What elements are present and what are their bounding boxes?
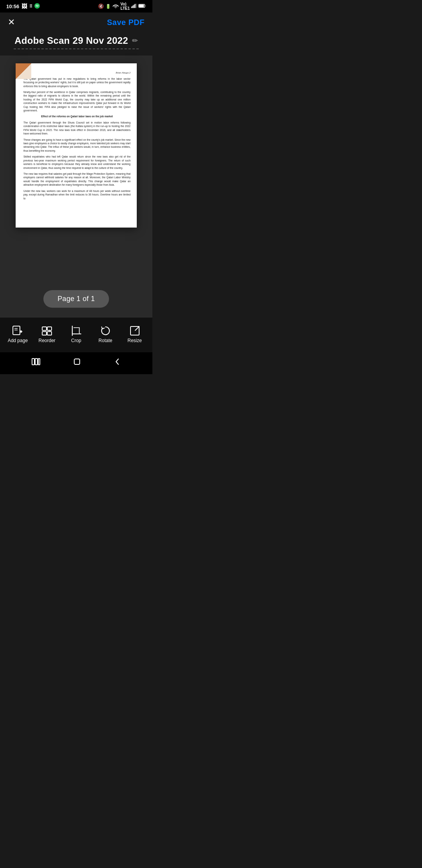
paragraph-1: The Qatari government has put in new reg… <box>23 77 131 88</box>
home-button[interactable] <box>73 357 81 368</box>
title-underline <box>14 48 139 49</box>
svg-rect-5 <box>134 4 135 8</box>
svg-rect-6 <box>136 4 136 8</box>
status-right: 🔇 🔋 Vo)LTE1 <box>98 2 146 11</box>
document-area: Brian Abuga 2 The Qatari government has … <box>0 56 152 282</box>
edit-title-icon[interactable]: ✏ <box>132 36 138 45</box>
author-name: Brian Abuga 2 <box>23 71 131 75</box>
svg-rect-23 <box>35 359 38 365</box>
svg-rect-16 <box>42 332 46 335</box>
system-nav-bar <box>0 352 152 374</box>
svg-rect-14 <box>42 327 46 330</box>
reorder-icon <box>41 325 52 336</box>
signal-bars-icon <box>131 4 137 9</box>
add-page-label: Add page <box>8 338 28 343</box>
top-bar: ✕ Save PDF <box>0 13 152 32</box>
svg-line-21 <box>135 326 139 330</box>
svg-rect-4 <box>134 5 134 8</box>
paragraph-7: Under the new law, workers can work for … <box>23 189 131 200</box>
paragraph-3: The Qatari government through the Shura … <box>23 121 131 136</box>
recent-apps-button[interactable] <box>32 358 40 367</box>
resize-label: Resize <box>127 338 142 343</box>
status-bar: 10:56 🖼 ⠿ 🔇 🔋 Vo)LTE1 <box>0 0 152 13</box>
toolbar-crop[interactable]: Crop <box>64 325 88 343</box>
crop-icon <box>71 325 82 336</box>
svg-rect-17 <box>47 332 52 335</box>
rotate-label: Rotate <box>98 338 112 343</box>
toolbar-resize[interactable]: Resize <box>123 325 147 343</box>
back-button[interactable] <box>114 358 121 367</box>
toolbar-reorder[interactable]: Reorder <box>35 325 59 343</box>
battery-icon <box>138 4 146 9</box>
svg-rect-2 <box>131 6 132 8</box>
toolbar-rotate[interactable]: Rotate <box>94 325 117 343</box>
reorder-label: Reorder <box>39 338 55 343</box>
svg-rect-3 <box>132 5 133 8</box>
rotate-icon <box>100 325 111 336</box>
save-pdf-button[interactable]: Save PDF <box>107 18 145 27</box>
svg-rect-8 <box>139 5 144 7</box>
close-button[interactable]: ✕ <box>8 17 15 27</box>
paragraph-6: The new law requires that salaries get p… <box>23 172 131 187</box>
mute-icon: 🔇 <box>98 4 104 9</box>
page-corner-fold <box>16 63 31 79</box>
lte-icon: Vo)LTE1 <box>120 2 130 11</box>
document-title: Adobe Scan 29 Nov 2022 <box>14 35 128 46</box>
add-page-icon <box>12 325 23 336</box>
paragraph-4: These changes are going to have a signif… <box>23 138 131 153</box>
bottom-toolbar: Add page Reorder Crop Rotate <box>0 317 152 352</box>
page-indicator: Page 1 of 1 <box>43 290 109 308</box>
time-display: 10:56 <box>6 4 19 9</box>
page-indicator-area: Page 1 of 1 <box>0 282 152 317</box>
svg-point-1 <box>115 7 116 8</box>
svg-rect-9 <box>13 326 20 335</box>
spotify-icon <box>34 3 40 10</box>
document-page: Brian Abuga 2 The Qatari government has … <box>16 63 137 228</box>
section-title: Effect of the reforms on Qatari labor la… <box>23 115 131 118</box>
svg-rect-25 <box>74 359 80 364</box>
paragraph-5: Skilled expatriates who had left Qatar w… <box>23 155 131 170</box>
wifi-icon <box>113 4 119 9</box>
title-section: Adobe Scan 29 Nov 2022 ✏ <box>0 32 152 56</box>
svg-rect-22 <box>32 359 34 365</box>
doc-title-row: Adobe Scan 29 Nov 2022 ✏ <box>14 35 138 46</box>
svg-rect-24 <box>38 359 40 365</box>
crop-label: Crop <box>71 338 81 343</box>
status-left: 10:56 🖼 ⠿ <box>6 3 40 10</box>
gallery-icon: 🖼 <box>21 3 27 9</box>
document-content: Brian Abuga 2 The Qatari government has … <box>22 71 131 200</box>
dots-icon: ⠿ <box>29 4 32 9</box>
paragraph-2: Ninety-four percent of the workforce in … <box>23 90 131 113</box>
battery-saver-icon: 🔋 <box>106 4 111 9</box>
resize-icon <box>129 325 140 336</box>
toolbar-add-page[interactable]: Add page <box>6 325 29 343</box>
